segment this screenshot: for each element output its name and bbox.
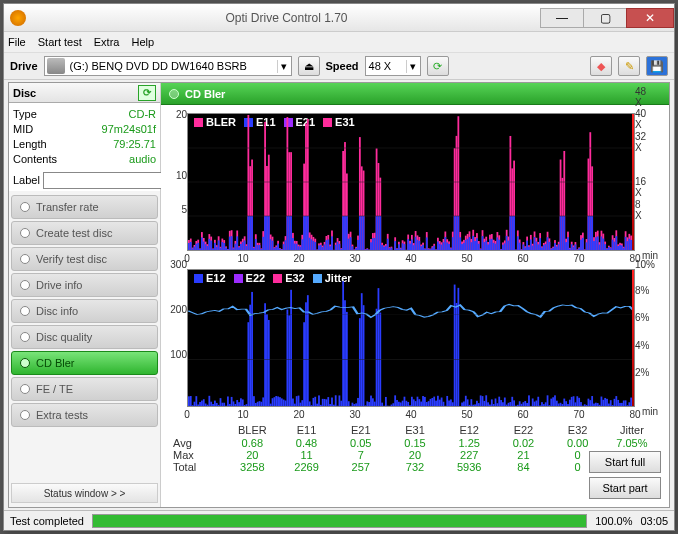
screenshot-button[interactable]: ✎ <box>618 56 640 76</box>
svg-rect-586 <box>379 313 381 406</box>
svg-rect-668 <box>532 398 534 406</box>
svg-rect-504 <box>227 396 229 406</box>
svg-rect-566 <box>342 281 344 406</box>
svg-rect-537 <box>288 315 290 406</box>
menu-help[interactable]: Help <box>131 36 154 48</box>
start-full-button[interactable]: Start full <box>589 451 661 473</box>
status-text: Test completed <box>10 515 84 527</box>
label-row: Label <box>9 169 160 191</box>
svg-rect-295 <box>461 244 463 250</box>
svg-rect-237 <box>407 239 409 250</box>
menu-extra[interactable]: Extra <box>94 36 120 48</box>
svg-rect-676 <box>547 395 549 406</box>
svg-rect-647 <box>493 404 495 406</box>
svg-rect-57 <box>240 244 242 250</box>
svg-rect-207 <box>379 216 381 250</box>
left-panel: Disc ⟳ TypeCD-R MID97m24s01f Length79:25… <box>9 83 161 507</box>
eject-button[interactable]: ⏏ <box>298 56 320 76</box>
svg-rect-578 <box>365 405 367 406</box>
svg-rect-243 <box>413 245 415 250</box>
svg-rect-107 <box>286 216 288 250</box>
svg-rect-361 <box>523 244 525 250</box>
nav-create-test-disc[interactable]: Create test disc <box>11 221 158 245</box>
svg-rect-661 <box>519 401 521 406</box>
svg-rect-608 <box>420 402 422 406</box>
svg-rect-536 <box>286 310 288 406</box>
progress-fill <box>93 515 586 527</box>
svg-rect-506 <box>231 397 233 406</box>
svg-rect-35 <box>220 248 222 250</box>
svg-rect-693 <box>578 398 580 406</box>
svg-rect-159 <box>335 245 337 250</box>
nav-extra-tests[interactable]: Extra tests <box>11 403 158 427</box>
svg-rect-5 <box>192 248 194 250</box>
nav-disc-quality[interactable]: Disc quality <box>11 325 158 349</box>
disc-mid-label: MID <box>13 123 65 135</box>
nav-drive-info[interactable]: Drive info <box>11 273 158 297</box>
svg-rect-707 <box>604 398 606 406</box>
nav-dot-icon <box>20 254 30 264</box>
svg-rect-269 <box>437 241 439 250</box>
svg-rect-519 <box>255 403 257 406</box>
svg-rect-712 <box>614 399 616 406</box>
svg-rect-524 <box>264 303 266 406</box>
chart-bler: BLER E11 E21 E31 5 10 20 8 X 16 X 32 X 4… <box>187 113 635 251</box>
disc-refresh-button[interactable]: ⟳ <box>138 85 156 101</box>
save-button[interactable]: 💾 <box>646 56 668 76</box>
ytick: 300 <box>170 259 187 270</box>
drive-select[interactable]: (G:) BENQ DVD DD DW1640 BSRB ▾ <box>44 56 292 76</box>
svg-rect-399 <box>558 244 560 250</box>
nav-label: Create test disc <box>36 227 112 239</box>
svg-rect-211 <box>383 247 385 250</box>
svg-rect-575 <box>359 318 361 406</box>
svg-rect-381 <box>541 247 543 250</box>
svg-rect-660 <box>517 405 519 406</box>
svg-rect-155 <box>331 236 333 250</box>
svg-rect-379 <box>539 238 541 250</box>
xtick: 40 <box>405 409 416 420</box>
menu-start-test[interactable]: Start test <box>38 36 82 48</box>
svg-rect-367 <box>528 247 530 250</box>
svg-rect-531 <box>277 396 279 406</box>
maximize-button[interactable]: ▢ <box>583 8 627 28</box>
svg-rect-63 <box>246 246 248 250</box>
refresh-button[interactable]: ⟳ <box>427 56 449 76</box>
svg-rect-713 <box>615 396 617 406</box>
nav-disc-info[interactable]: Disc info <box>11 299 158 323</box>
svg-rect-411 <box>569 249 571 250</box>
svg-rect-95 <box>275 247 277 250</box>
svg-rect-632 <box>465 396 467 406</box>
close-button[interactable]: ✕ <box>626 8 674 28</box>
svg-rect-347 <box>509 216 511 250</box>
svg-rect-535 <box>285 401 287 406</box>
svg-rect-229 <box>400 248 402 250</box>
menu-file[interactable]: File <box>8 36 26 48</box>
svg-rect-471 <box>625 237 627 250</box>
speed-select[interactable]: 48 X ▾ <box>365 56 421 76</box>
svg-rect-612 <box>428 401 430 406</box>
svg-rect-699 <box>589 400 591 406</box>
svg-rect-652 <box>502 402 504 406</box>
erase-button[interactable]: ◆ <box>590 56 612 76</box>
svg-rect-41 <box>225 247 227 250</box>
svg-rect-533 <box>281 398 283 406</box>
svg-rect-391 <box>550 249 552 250</box>
nav-transfer-rate[interactable]: Transfer rate <box>11 195 158 219</box>
start-part-button[interactable]: Start part <box>589 477 661 499</box>
svg-rect-620 <box>443 402 445 406</box>
minimize-button[interactable]: — <box>540 8 584 28</box>
svg-rect-650 <box>498 397 500 406</box>
svg-rect-643 <box>485 395 487 406</box>
speed-marker <box>632 114 634 250</box>
nav-dot-icon <box>20 306 30 316</box>
svg-rect-717 <box>623 400 625 406</box>
xtick: 30 <box>349 253 360 264</box>
svg-rect-688 <box>569 400 571 406</box>
svg-rect-167 <box>342 216 344 250</box>
status-window-button[interactable]: Status window > > <box>11 483 158 503</box>
nav-fe-te[interactable]: FE / TE <box>11 377 158 401</box>
svg-rect-627 <box>456 303 458 406</box>
nav-verify-test-disc[interactable]: Verify test disc <box>11 247 158 271</box>
nav-cd-bler[interactable]: CD Bler <box>11 351 158 375</box>
svg-rect-486 <box>194 402 196 406</box>
